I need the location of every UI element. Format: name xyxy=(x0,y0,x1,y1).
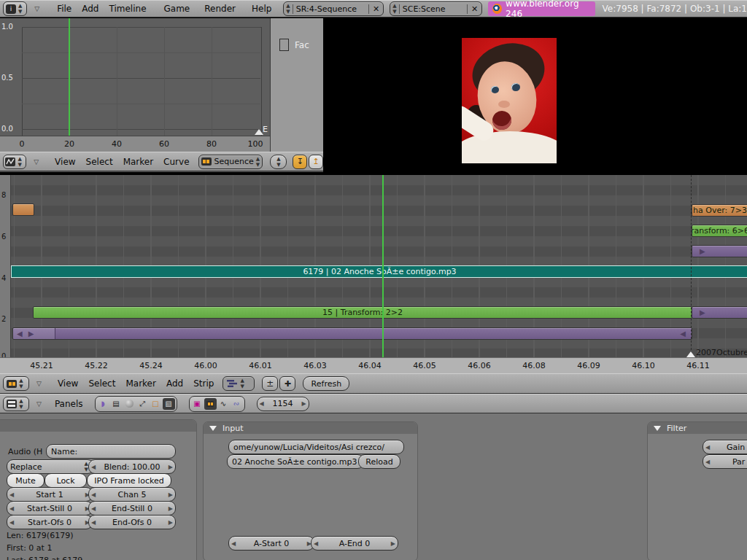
ipo-browse-button[interactable]: ▲▼ xyxy=(270,155,287,169)
scene-browse-icon[interactable]: ▲▼ xyxy=(390,3,398,15)
increment-arrow[interactable]: ▶ xyxy=(169,491,173,498)
directory-field[interactable]: ome/yunow/Lucia/Videitos/Asi crezco/ xyxy=(228,440,404,454)
render-buttons-icon[interactable]: ▣ xyxy=(191,398,204,410)
zoom-border-button[interactable]: ± xyxy=(262,376,278,391)
chan-field[interactable]: ◀ Chan 5 ▶ xyxy=(88,487,176,502)
filename-field[interactable]: 02 Anoche SoÃ±e contigo.mp3 xyxy=(227,454,364,469)
anim-playback-icon[interactable]: ∿ xyxy=(217,398,230,410)
menu-file[interactable]: File xyxy=(53,0,76,18)
mute-toggle[interactable]: Mute xyxy=(7,473,44,488)
frame-counter[interactable]: ◀ 1154 ▶ xyxy=(257,397,309,411)
seq-menu-select[interactable]: Select xyxy=(84,375,120,392)
ipo-menu-select[interactable]: Select xyxy=(82,153,117,171)
sequencer-collapse-icon[interactable]: ▽ xyxy=(31,375,47,392)
strip-name-field[interactable]: Name: xyxy=(46,444,176,459)
ipo-frame-locked-toggle[interactable]: IPO Frame locked xyxy=(87,473,171,488)
strip-scene-5[interactable]: ▶ xyxy=(692,245,747,257)
sequencer-timeline[interactable]: 8 6 4 2 0 ha Over: 7>3 ransform: 6>6 ▶ 6… xyxy=(0,175,747,373)
seq-menu-marker[interactable]: Marker xyxy=(121,375,160,392)
pan-field[interactable]: ◀ Par xyxy=(703,454,747,469)
menu-help[interactable]: Help xyxy=(247,0,276,18)
fac-channel-checkbox[interactable] xyxy=(279,39,289,51)
editing-context-icon[interactable]: □ xyxy=(150,398,162,410)
frame-increment-arrow[interactable]: ▶ xyxy=(301,400,306,407)
ipo-current-frame-line[interactable] xyxy=(69,18,70,136)
screen-browse-icon[interactable]: ▲▼ xyxy=(284,3,292,15)
ipo-type-dropdown[interactable]: Sequence ▲▼ xyxy=(198,155,263,169)
end-ofs-field[interactable]: ◀ End-Ofs 0 ▶ xyxy=(88,515,176,529)
strip-left-arrow-icon[interactable]: ◀ xyxy=(17,328,23,339)
gain-field[interactable]: ◀ Gain ( xyxy=(703,440,747,454)
menu-add[interactable]: Add xyxy=(77,0,103,18)
playhead-line[interactable] xyxy=(382,175,384,357)
sequencer-buttons-icon[interactable] xyxy=(204,398,217,410)
start-field[interactable]: ◀ Start 1 ▶ xyxy=(7,487,93,502)
strip-alpha-over[interactable]: ha Over: 7>3 xyxy=(692,204,747,217)
edit-panel-header[interactable] xyxy=(0,420,196,432)
lock-toggle[interactable]: Lock xyxy=(44,473,87,488)
ipo-collapse-icon[interactable]: ▽ xyxy=(28,153,44,171)
increment-arrow[interactable]: ▶ xyxy=(391,540,395,547)
seq-menu-view[interactable]: View xyxy=(53,375,82,392)
sound-buttons-icon[interactable]: ∾ xyxy=(231,398,243,410)
menu-timeline[interactable]: Timeline xyxy=(104,0,150,18)
menu-game[interactable]: Game xyxy=(160,0,195,18)
ipo-menu-marker[interactable]: Marker xyxy=(119,153,158,171)
logic-context-icon[interactable]: ◗ xyxy=(97,398,109,410)
input-panel-header[interactable]: Input xyxy=(204,422,417,434)
blend-value-field[interactable]: ◀ Blend: 100.00 ▶ xyxy=(88,459,176,474)
version-badge[interactable]: www.blender.org 246 xyxy=(488,1,595,16)
fac-channel-label[interactable]: Fac xyxy=(295,40,309,50)
filter-panel-header[interactable]: Filter xyxy=(648,422,747,434)
paste-from-buffer-button[interactable]: ↥ xyxy=(309,155,323,169)
script-context-icon[interactable]: ▤ xyxy=(110,398,123,410)
increment-arrow[interactable]: ▶ xyxy=(169,519,173,526)
copy-to-buffer-button[interactable]: ↧ xyxy=(293,155,307,169)
window-type-button[interactable]: i ▲▼ xyxy=(3,1,27,16)
screen-delete-icon[interactable]: ✕ xyxy=(368,4,383,14)
collapse-menu-icon[interactable]: ▽ xyxy=(28,0,45,18)
buttons-collapse-icon[interactable]: ▽ xyxy=(31,395,47,413)
view-type-dropdown[interactable]: ▲▼ xyxy=(222,376,255,391)
strip-right-arrow-icon[interactable]: ▶ xyxy=(28,328,34,339)
timeline-marker-icon[interactable] xyxy=(686,351,695,357)
strip-image-small[interactable] xyxy=(12,203,34,216)
panels-menu[interactable]: Panels xyxy=(50,395,88,413)
start-still-field[interactable]: ◀ Start-Still 0 ▶ xyxy=(7,501,93,516)
scene-selector[interactable]: ▲▼ SCE:Scene ✕ xyxy=(390,1,482,16)
start-ofs-field[interactable]: ◀ Start-Ofs 0 ▶ xyxy=(7,515,93,529)
screen-selector[interactable]: ▲▼ SR:4-Sequence ✕ xyxy=(283,1,384,16)
panel-collapse-icon[interactable] xyxy=(209,426,217,431)
a-start-field[interactable]: ◀ A-Start 0 ▶ xyxy=(228,536,314,551)
reload-button[interactable]: Reload xyxy=(358,454,400,469)
strip-left-handle[interactable]: ◀ ▶ xyxy=(13,328,55,339)
end-still-field[interactable]: ◀ End-Still 0 ▶ xyxy=(88,501,176,516)
strip-end-arrow-icon[interactable]: ◀ xyxy=(680,328,686,339)
pan-view-button[interactable]: ✚ xyxy=(279,376,295,391)
menu-render[interactable]: Render xyxy=(200,0,240,18)
scene-context-icon[interactable]: ▧ xyxy=(163,398,175,410)
shading-context-icon[interactable] xyxy=(123,398,136,410)
sequencer-window-type-button[interactable]: ▲▼ xyxy=(3,376,29,391)
scene-delete-icon[interactable]: ✕ xyxy=(467,4,481,14)
strip-transform-2[interactable]: 15 | Transform: 2>2 xyxy=(33,306,692,319)
strip-right-handle-icon[interactable]: ▶ xyxy=(700,307,705,318)
increment-arrow[interactable]: ▶ xyxy=(169,464,173,470)
ipo-graph-area[interactable]: 1.0 0.5 0.0 E xyxy=(0,18,270,136)
strip-scene-1[interactable]: ◀ ▶ ◀ xyxy=(12,327,692,340)
panel-collapse-icon[interactable] xyxy=(654,426,661,431)
a-end-field[interactable]: ◀ A-End 0 ▶ xyxy=(311,536,398,551)
refresh-button[interactable]: Refresh xyxy=(303,376,349,391)
ipo-menu-curve[interactable]: Curve xyxy=(159,153,193,171)
increment-arrow[interactable]: ▶ xyxy=(169,505,173,512)
strip-audio-selected[interactable]: 6179 | 02 Anoche SoÃ±e contigo.mp3 xyxy=(11,265,747,278)
seq-menu-strip[interactable]: Strip xyxy=(189,375,218,392)
strip-transform-6[interactable]: ransform: 6>6 xyxy=(692,225,747,237)
preview-area[interactable] xyxy=(323,18,747,175)
object-context-icon[interactable]: ⤢ xyxy=(136,398,149,410)
strip-right-handle-icon[interactable]: ▶ xyxy=(700,246,705,257)
seq-menu-add[interactable]: Add xyxy=(162,375,187,392)
ipo-window-type-button[interactable]: ▲▼ xyxy=(3,155,26,169)
blend-mode-dropdown[interactable]: Replace ▲▼ xyxy=(7,459,94,474)
strip-scene-2-right[interactable]: ▶ xyxy=(692,306,747,319)
